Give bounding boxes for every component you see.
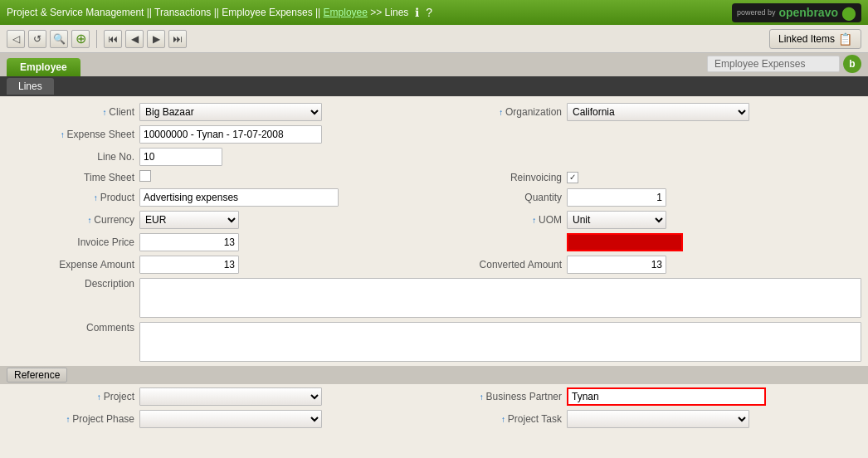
linked-items-button[interactable]: Linked Items 📋 — [769, 29, 861, 49]
product-quantity-row: Product Quantity — [0, 188, 868, 207]
tab-right-area: b — [707, 55, 868, 76]
uom-select[interactable]: Unit — [567, 211, 666, 229]
business-partner-input[interactable] — [567, 387, 766, 406]
project-phase-wrap — [139, 410, 434, 428]
invoice-price-label: Invoice Price — [7, 236, 139, 248]
client-label: Client — [7, 106, 139, 118]
line-no-input[interactable] — [139, 148, 222, 166]
linked-items-icon: 📋 — [838, 32, 852, 46]
description-label: Description — [7, 278, 139, 318]
openbravo-name: openbravo — [778, 6, 838, 19]
toolbar-separator — [96, 30, 97, 48]
project-phase-select[interactable] — [139, 410, 322, 428]
breadcrumb: Project & Service Management || Transact… — [7, 7, 408, 18]
expense-sheet-wrap — [139, 125, 434, 144]
search-button[interactable]: 🔍 — [50, 30, 68, 48]
comments-row: Comments — [0, 322, 868, 362]
reference-section-header: Reference — [0, 366, 868, 384]
reinvoicing-label: Reinvoicing — [434, 172, 567, 183]
time-sheet-wrap — [139, 170, 434, 184]
employee-link[interactable]: Employee — [324, 7, 368, 18]
business-partner-label: Business Partner — [434, 391, 567, 402]
organization-field-wrap: California — [567, 103, 861, 121]
ob-icon-button[interactable]: b — [843, 55, 861, 73]
lines-tab-label: Lines — [18, 80, 42, 92]
project-phase-label: Project Phase — [7, 413, 139, 425]
product-label: Product — [7, 192, 139, 203]
time-sheet-checkbox[interactable] — [139, 170, 151, 182]
red-button-wrap — [567, 233, 861, 251]
openbravo-icon: ⬤ — [841, 5, 856, 21]
back-button[interactable]: ◁ — [7, 30, 25, 48]
lines-tab[interactable]: Lines — [7, 78, 54, 95]
converted-amount-wrap — [567, 256, 861, 274]
employee-tab-label: Employee — [20, 61, 67, 73]
powered-by-label: powered by — [737, 8, 776, 17]
organization-label: Organization — [434, 106, 567, 118]
first-button[interactable]: ⏮ — [104, 30, 122, 48]
form-area: Client Big Bazaar Organization Californi… — [0, 96, 868, 458]
prev-button[interactable]: ◀ — [125, 30, 144, 48]
description-textarea[interactable] — [139, 278, 861, 318]
expense-amount-wrap — [139, 256, 434, 274]
uom-wrap: Unit — [567, 211, 861, 229]
expense-sheet-input[interactable] — [139, 125, 322, 144]
quantity-input[interactable] — [567, 188, 666, 207]
currency-wrap: EUR — [139, 211, 434, 229]
comments-textarea[interactable] — [139, 322, 861, 362]
line-no-wrap — [139, 148, 434, 166]
time-sheet-label: Time Sheet — [7, 172, 139, 183]
project-select[interactable] — [139, 387, 322, 406]
expense-amount-label: Expense Amount — [7, 259, 139, 270]
converted-amount-input[interactable] — [567, 256, 666, 274]
main-content: Client Big Bazaar Organization Californi… — [0, 96, 868, 458]
top-bar: Project & Service Management || Transact… — [0, 0, 868, 25]
last-button[interactable]: ⏭ — [168, 30, 187, 48]
project-wrap — [139, 387, 434, 406]
business-partner-wrap — [567, 387, 861, 406]
client-select[interactable]: Big Bazaar — [139, 103, 322, 121]
next-button[interactable]: ▶ — [147, 30, 165, 48]
top-bar-icons: ℹ ? — [415, 6, 432, 19]
uom-label: UOM — [434, 214, 567, 226]
comments-label: Comments — [7, 322, 139, 362]
line-no-label: Line No. — [7, 151, 139, 163]
converted-amount-label: Converted Amount — [434, 259, 567, 270]
info-icon[interactable]: ℹ — [415, 6, 419, 19]
tab-header: Employee b — [0, 53, 868, 76]
toolbar: ◁ ↺ 🔍 ⊕ ⏮ ◀ ▶ ⏭ Linked Items 📋 — [0, 25, 868, 53]
currency-select[interactable]: EUR — [139, 211, 239, 229]
project-label: Project — [7, 391, 139, 402]
new-button[interactable]: ⊕ — [71, 30, 90, 48]
expense-amount-input[interactable] — [139, 256, 239, 274]
invoice-price-wrap — [139, 233, 434, 251]
red-action-button[interactable] — [567, 233, 683, 251]
reinvoicing-checkbox[interactable]: ✓ — [567, 172, 578, 183]
reference-label: Reference — [7, 368, 67, 382]
currency-uom-row: Currency EUR UOM Unit — [0, 211, 868, 229]
employee-tab[interactable]: Employee — [7, 58, 80, 76]
client-field-wrap: Big Bazaar — [139, 103, 434, 121]
currency-label: Currency — [7, 214, 139, 226]
quantity-label: Quantity — [434, 192, 567, 203]
line-no-row: Line No. — [0, 148, 868, 166]
phase-task-row: Project Phase Project Task — [0, 410, 868, 428]
invoice-price-input[interactable] — [139, 233, 239, 251]
timesheet-reinvoicing-row: Time Sheet Reinvoicing ✓ — [0, 170, 868, 184]
invoice-price-row: Invoice Price — [0, 233, 868, 251]
refresh-button[interactable]: ↺ — [28, 30, 46, 48]
product-input[interactable] — [139, 188, 339, 207]
help-icon[interactable]: ? — [426, 6, 432, 19]
description-row: Description — [0, 278, 868, 318]
quantity-wrap — [567, 188, 861, 207]
organization-select[interactable]: California — [567, 103, 749, 121]
project-task-label: Project Task — [434, 413, 567, 425]
project-task-select[interactable] — [567, 410, 749, 428]
expense-converted-row: Expense Amount Converted Amount — [0, 256, 868, 274]
sub-tab-bar: Lines — [0, 76, 868, 96]
client-organization-row: Client Big Bazaar Organization Californi… — [0, 103, 868, 121]
linked-items-label: Linked Items — [778, 33, 835, 45]
employee-expenses-input[interactable] — [707, 56, 840, 72]
expense-sheet-label: Expense Sheet — [7, 129, 139, 140]
expense-sheet-row: Expense Sheet — [0, 125, 868, 144]
